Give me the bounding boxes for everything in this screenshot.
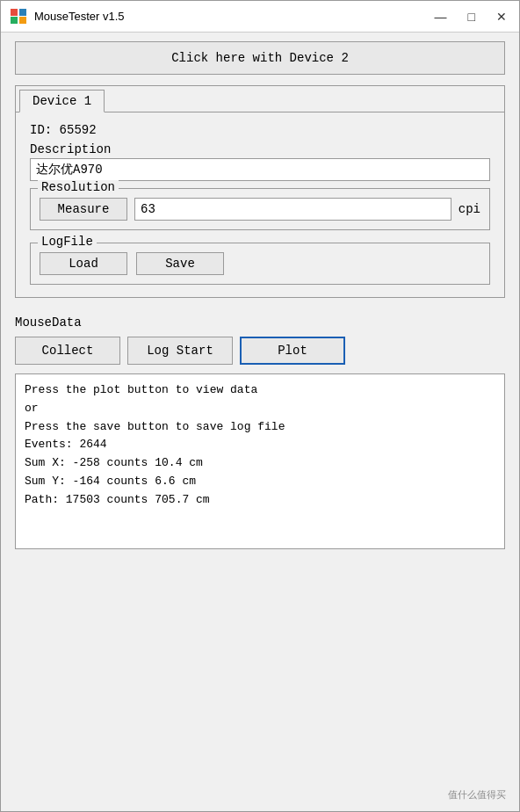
output-line5: Sum X: -258 counts 10.4 cm	[25, 454, 495, 473]
cpi-input[interactable]	[134, 198, 451, 221]
save-button[interactable]: Save	[136, 252, 224, 275]
logfile-row: Load Save	[40, 252, 480, 275]
description-input[interactable]	[30, 158, 490, 181]
resolution-legend: Resolution	[38, 180, 119, 194]
output-line3: Press the save button to save log file	[25, 418, 495, 437]
id-row: ID: 65592	[30, 123, 490, 137]
window-controls: — □ ✕	[431, 9, 510, 25]
output-line7: Path: 17503 counts 705.7 cm	[25, 491, 495, 510]
description-row: Description	[30, 142, 490, 181]
load-button[interactable]: Load	[40, 252, 127, 275]
mousedata-buttons: Collect Log Start Plot	[15, 337, 505, 365]
logfile-group: LogFile Load Save	[30, 243, 490, 285]
id-label: ID: 65592	[30, 123, 97, 137]
resolution-group: Resolution Measure cpi	[30, 188, 490, 230]
close-button[interactable]: ✕	[493, 9, 510, 25]
tab-content-device1: ID: 65592 Description Resolution Measure	[16, 112, 504, 297]
minimize-button[interactable]: —	[431, 9, 451, 25]
plot-button[interactable]: Plot	[240, 337, 345, 365]
tab-container: Device 1 ID: 65592 Description R	[15, 85, 505, 298]
logfile-legend: LogFile	[38, 235, 97, 249]
mousedata-label: MouseData	[15, 315, 505, 330]
output-line1: Press the plot button to view data	[25, 381, 495, 400]
tab-device1[interactable]: Device 1	[19, 90, 105, 112]
window-title: MouseTester v1.5	[34, 10, 125, 23]
measure-button[interactable]: Measure	[40, 198, 127, 221]
maximize-button[interactable]: □	[465, 9, 479, 25]
app-icon	[10, 8, 27, 25]
output-box: Press the plot button to view data or Pr…	[15, 373, 505, 549]
resolution-row: Measure cpi	[40, 198, 480, 221]
description-label: Description	[30, 142, 490, 156]
tab-header: Device 1	[16, 86, 504, 112]
title-bar: MouseTester v1.5 — □ ✕	[1, 1, 519, 33]
output-line2: or	[25, 400, 495, 418]
cpi-unit: cpi	[459, 202, 480, 216]
output-line6: Sum Y: -164 counts 6.6 cm	[25, 473, 495, 491]
mousedata-section: MouseData Collect Log Start Plot Press t…	[15, 315, 505, 549]
output-line4: Events: 2644	[25, 436, 495, 454]
collect-button[interactable]: Collect	[15, 337, 120, 365]
log-start-button[interactable]: Log Start	[127, 337, 233, 365]
device2-button[interactable]: Click here with Device 2	[15, 41, 505, 75]
watermark: 值什么值得买	[448, 788, 506, 801]
